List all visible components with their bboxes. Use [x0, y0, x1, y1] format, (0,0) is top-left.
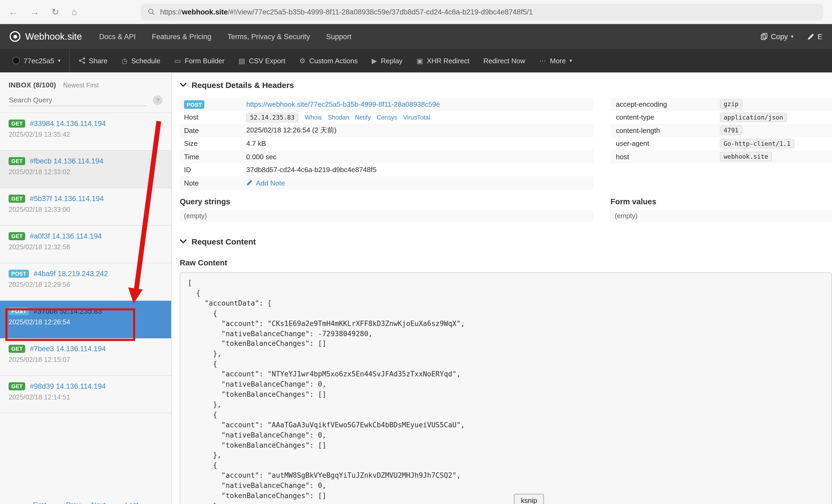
- table-row-date: Date 2025/02/18 12:26:54 (2 天前): [180, 124, 594, 137]
- request-link[interactable]: #5b37f 14.136.114.194: [30, 195, 104, 203]
- browser-home-button[interactable]: ⌂: [72, 7, 77, 16]
- nav-docs-api[interactable]: Docs & API: [99, 32, 136, 41]
- token-dropdown[interactable]: 77ec25a5 ▾: [5, 49, 70, 72]
- browser-forward-button[interactable]: →: [30, 7, 39, 16]
- redirect-now-button[interactable]: Redirect Now: [476, 49, 532, 72]
- form-values-empty: (empty): [610, 210, 832, 222]
- request-link[interactable]: #37db8 52.14.235.83: [33, 307, 102, 315]
- nav-features-pricing[interactable]: Features & Pricing: [152, 32, 211, 41]
- censys-link[interactable]: Censys: [376, 114, 397, 121]
- query-strings-heading: Query strings: [180, 197, 594, 206]
- time-label: Time: [180, 151, 242, 162]
- request-link[interactable]: #98d39 14.136.114.194: [30, 382, 106, 390]
- nav-support[interactable]: Support: [326, 32, 352, 41]
- pagination-first[interactable]: First: [33, 501, 46, 504]
- header-row: user-agent Go-http-client/1.1: [610, 137, 832, 150]
- help-icon[interactable]: ?: [153, 96, 162, 105]
- request-link[interactable]: #a0f3f 14.136.114.194: [30, 232, 102, 240]
- header-row: content-length 4791: [610, 124, 832, 137]
- request-timestamp: 2025/02/18 12:33:02: [8, 168, 162, 176]
- header-name: user-agent: [610, 138, 716, 149]
- time-value: 0.000 sec: [246, 153, 277, 161]
- request-list-item-33984[interactable]: GET#33984 14.136.114.194 2025/02/19 13:3…: [0, 113, 171, 151]
- navbar-links: Docs & API Features & Pricing Terms, Pri…: [99, 32, 352, 41]
- request-timestamp: 2025/02/18 12:14:51: [8, 394, 162, 401]
- whois-link[interactable]: Whois: [305, 114, 322, 121]
- chevron-down-icon: [180, 239, 187, 244]
- header-name: host: [610, 151, 716, 162]
- search-query-input[interactable]: [8, 95, 147, 106]
- edit-icon: [807, 33, 814, 40]
- shodan-link[interactable]: Shodan: [328, 114, 349, 121]
- request-timestamp: 2025/02/18 12:29:56: [8, 281, 162, 289]
- csv-file-icon: ▤: [238, 57, 245, 64]
- request-list-item-4ba9f[interactable]: POST#4ba9f 18.219.243.242 2025/02/18 12:…: [0, 263, 171, 301]
- xhr-redirect-icon: ▣: [417, 57, 423, 64]
- custom-actions-button[interactable]: ⚙ Custom Actions: [292, 49, 365, 72]
- table-row-host: Host 52.14.235.83 Whois Shodan Netify Ce…: [180, 111, 594, 124]
- copy-dropdown[interactable]: Copy ▾: [761, 32, 794, 41]
- request-link[interactable]: #7bee3 14.136.114.194: [30, 345, 106, 353]
- table-row-time: Time 0.000 sec: [180, 150, 594, 163]
- request-list-item-98d39[interactable]: GET#98d39 14.136.114.194 2025/02/18 12:1…: [0, 376, 171, 414]
- pagination-last[interactable]: Last: [125, 501, 138, 504]
- share-button[interactable]: Share: [72, 49, 114, 72]
- request-list-item-fbecb[interactable]: GET#fbecb 14.136.114.194 2025/02/18 12:3…: [0, 151, 171, 188]
- edit-button[interactable]: E: [807, 32, 822, 41]
- host-ip-value: 52.14.235.83: [246, 113, 298, 122]
- header-value: webhook.site: [720, 152, 772, 162]
- header-value: application/json: [720, 113, 787, 122]
- pagination-prev[interactable]: ← Prev: [57, 501, 80, 504]
- raw-content-block: [ { "accountData": [ { "account": "CKs1E…: [180, 272, 832, 504]
- content-area: INBOX (8/100) Newest First ? GET#33984 1…: [0, 72, 832, 504]
- address-bar[interactable]: https://webhook.site/#!/view/77ec25a5-b3…: [140, 3, 824, 20]
- pagination-next[interactable]: Next →: [91, 501, 114, 504]
- request-link[interactable]: #33984 14.136.114.194: [30, 120, 106, 128]
- method-badge: POST: [8, 270, 29, 278]
- request-timestamp: 2025/02/18 12:26:54: [8, 318, 162, 326]
- pencil-icon: [246, 180, 253, 186]
- browser-back-button[interactable]: ←: [8, 7, 18, 16]
- inbox-count-label: INBOX (8/100): [8, 81, 56, 89]
- nav-terms-privacy-security[interactable]: Terms, Privacy & Security: [228, 32, 310, 41]
- more-dropdown[interactable]: ⋯ More ▾: [532, 49, 579, 72]
- header-name: content-type: [610, 112, 716, 123]
- search-icon: [147, 8, 155, 16]
- request-link[interactable]: #fbecb 14.136.114.194: [30, 157, 103, 165]
- netify-link[interactable]: Netify: [355, 114, 371, 121]
- brand-link[interactable]: Webhook.site: [10, 31, 82, 42]
- csv-export-button[interactable]: ▤ CSV Export: [232, 49, 292, 72]
- section-request-content[interactable]: Request Content: [180, 236, 832, 247]
- clock-icon: ◷: [122, 57, 128, 64]
- brand-name: Webhook.site: [25, 31, 82, 42]
- xhr-redirect-button[interactable]: ▣ XHR Redirect: [410, 49, 477, 72]
- browser-reload-button[interactable]: ↻: [52, 7, 59, 16]
- table-row-note: Note Add Note: [180, 177, 594, 189]
- virustotal-link[interactable]: VirusTotal: [403, 114, 430, 121]
- schedule-button[interactable]: ◷ Schedule: [114, 49, 167, 72]
- method-badge: GET: [8, 382, 25, 390]
- ksnip-button[interactable]: ksnip: [514, 494, 544, 504]
- add-note-button[interactable]: Add Note: [246, 179, 285, 187]
- request-list-item-7bee3[interactable]: GET#7bee3 14.136.114.194 2025/02/18 12:1…: [0, 338, 171, 376]
- request-headers-table: accept-encoding gzip content-type applic…: [610, 98, 832, 190]
- section-request-details-headers[interactable]: Request Details & Headers: [180, 79, 832, 90]
- request-timestamp: 2025/02/18 12:32:58: [8, 243, 162, 251]
- request-list-item-37db8-selected[interactable]: POST#37db8 52.14.235.83 2025/02/18 12:26…: [0, 301, 171, 338]
- request-list: GET#33984 14.136.114.194 2025/02/19 13:3…: [0, 113, 171, 414]
- form-builder-button[interactable]: ▭ Form Builder: [167, 49, 232, 72]
- caret-down-icon: ▾: [791, 34, 794, 39]
- method-badge: GET: [8, 120, 25, 128]
- replay-button[interactable]: ▶ Replay: [365, 49, 410, 72]
- raw-content-heading: Raw Content: [180, 259, 832, 267]
- request-list-item-5b37f[interactable]: GET#5b37f 14.136.114.194 2025/02/18 12:3…: [0, 188, 171, 226]
- sort-order-link[interactable]: Newest First: [63, 81, 99, 89]
- request-link[interactable]: #4ba9f 18.219.243.242: [33, 270, 108, 278]
- request-list-item-a0f3f[interactable]: GET#a0f3f 14.136.114.194 2025/02/18 12:3…: [0, 226, 171, 263]
- request-url-link[interactable]: https://webhook.site/77ec25a5-b35b-4999-…: [246, 100, 440, 108]
- method-badge: GET: [8, 345, 25, 353]
- inbox-sidebar: INBOX (8/100) Newest First ? GET#33984 1…: [0, 72, 172, 504]
- method-badge: GET: [8, 232, 25, 240]
- header-row: content-type application/json: [610, 111, 832, 124]
- caret-down-icon: ▾: [569, 58, 572, 63]
